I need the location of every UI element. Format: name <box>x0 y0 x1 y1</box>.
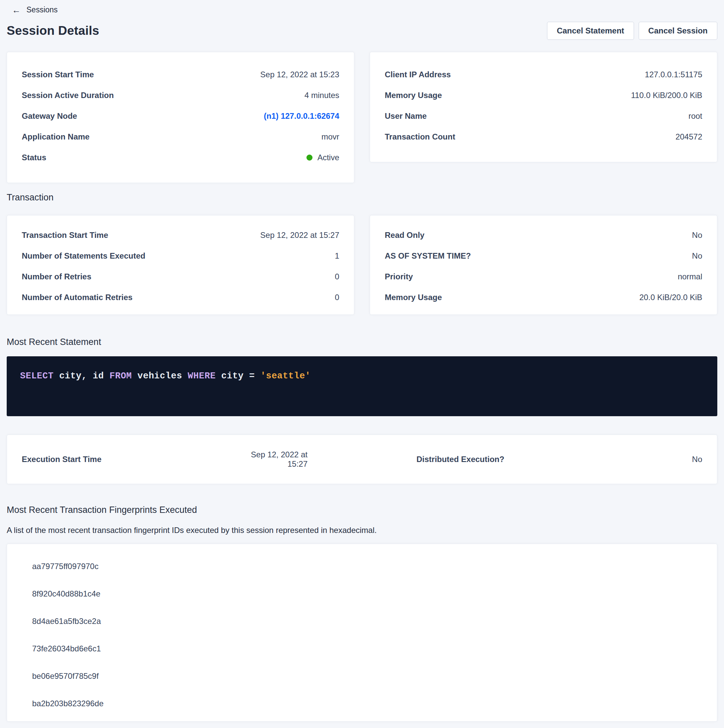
session-summary-row: Session Start TimeSep 12, 2022 at 15:23S… <box>7 52 717 183</box>
statements-executed-count-value: 1 <box>335 251 339 261</box>
read-only-value: No <box>692 231 702 240</box>
automatic-retries-count-value: 0 <box>335 293 339 302</box>
transaction-count-value: 204572 <box>675 132 702 142</box>
gateway-node-row: Gateway Node(n1) 127.0.0.1:62674 <box>22 106 339 127</box>
as-of-system-time-row: AS OF SYSTEM TIME?No <box>385 246 702 266</box>
sql-token-plain: city = <box>216 371 261 381</box>
sql-token-string: 'seattle' <box>260 371 311 381</box>
session-active-duration-row: Session Active Duration4 minutes <box>22 85 339 106</box>
page-header: Session Details Cancel Statement Cancel … <box>7 22 717 40</box>
fingerprint-id: be06e9570f785c9f <box>32 671 99 681</box>
sql-token-plain: city, id <box>54 371 109 381</box>
session-active-duration-value: 4 minutes <box>305 91 339 100</box>
user-name-row: User Nameroot <box>385 106 702 127</box>
sql-statement-text: SELECT city, id FROM vehicles WHERE city… <box>20 371 311 381</box>
sql-token-plain: vehicles <box>132 371 188 381</box>
session-details-card-left: Session Start TimeSep 12, 2022 at 15:23S… <box>7 52 354 183</box>
active-status-dot-icon <box>306 154 312 161</box>
transaction-start-time-label: Transaction Start Time <box>22 231 108 240</box>
fingerprints-section-heading: Most Recent Transaction Fingerprints Exe… <box>7 504 717 515</box>
transaction-card-left: Transaction Start TimeSep 12, 2022 at 15… <box>7 215 354 315</box>
session-start-time-value: Sep 12, 2022 at 15:23 <box>260 70 339 79</box>
application-name-row: Application Namemovr <box>22 127 339 147</box>
session-status-label: Status <box>22 153 46 162</box>
user-name-label: User Name <box>385 112 427 121</box>
execution-start-time-value: Sep 12, 2022 at 15:27 <box>233 450 308 469</box>
breadcrumb: ← Sessions <box>0 0 724 14</box>
header-actions: Cancel Statement Cancel Session <box>547 22 717 40</box>
retries-count-label: Number of Retries <box>22 272 91 281</box>
sql-statement-box: SELECT city, id FROM vehicles WHERE city… <box>7 356 717 416</box>
fingerprint-row: 8d4ae61a5fb3ce2a <box>32 607 702 635</box>
execution-details-row: Execution Start Time Sep 12, 2022 at 15:… <box>22 450 702 469</box>
as-of-system-time-label: AS OF SYSTEM TIME? <box>385 251 471 261</box>
transaction-memory-usage-value: 20.0 KiB/20.0 KiB <box>639 293 702 302</box>
gateway-node-link[interactable]: (n1) 127.0.0.1:62674 <box>264 112 339 121</box>
gateway-node-label: Gateway Node <box>22 112 77 121</box>
user-name-value: root <box>689 112 702 121</box>
application-name-value: movr <box>321 132 339 142</box>
automatic-retries-count-label: Number of Automatic Retries <box>22 293 133 302</box>
transaction-memory-usage-label: Memory Usage <box>385 293 442 302</box>
statement-section-heading: Most Recent Statement <box>7 336 717 347</box>
session-memory-usage-label: Memory Usage <box>385 91 442 100</box>
sql-token-keyword: FROM <box>109 371 132 381</box>
sql-token-keyword: WHERE <box>188 371 216 381</box>
priority-value: normal <box>678 272 702 281</box>
session-status-value: Active <box>306 153 339 162</box>
automatic-retries-count-row: Number of Automatic Retries0 <box>22 287 339 308</box>
transaction-section-heading: Transaction <box>7 192 717 203</box>
transaction-summary-row: Transaction Start TimeSep 12, 2022 at 15… <box>7 215 717 315</box>
session-status-row: StatusActive <box>22 147 339 168</box>
session-start-time-row: Session Start TimeSep 12, 2022 at 15:23 <box>22 64 339 85</box>
priority-row: Prioritynormal <box>385 266 702 287</box>
fingerprint-row: aa79775ff097970c <box>32 553 702 580</box>
fingerprints-card: aa79775ff097970c8f920c40d88b1c4e8d4ae61a… <box>7 544 717 722</box>
back-to-sessions-link[interactable]: Sessions <box>26 5 58 14</box>
fingerprint-row: 8f920c40d88b1c4e <box>32 580 702 607</box>
transaction-count-label: Transaction Count <box>385 132 455 142</box>
execution-details-card: Execution Start Time Sep 12, 2022 at 15:… <box>7 434 717 484</box>
fingerprint-id: ba2b203b823296de <box>32 699 104 708</box>
distributed-execution-label: Distributed Execution? <box>416 455 505 464</box>
statements-executed-count-row: Number of Statements Executed1 <box>22 246 339 266</box>
fingerprint-id: 8d4ae61a5fb3ce2a <box>32 616 101 626</box>
transaction-start-time-row: Transaction Start TimeSep 12, 2022 at 15… <box>22 225 339 246</box>
as-of-system-time-value: No <box>692 251 702 261</box>
fingerprint-row: be06e9570f785c9f <box>32 662 702 690</box>
fingerprint-id: 73fe26034bd6e6c1 <box>32 644 101 653</box>
session-details-card-right: Client IP Address127.0.0.1:51175Memory U… <box>370 52 717 162</box>
statements-executed-count-label: Number of Statements Executed <box>22 251 145 261</box>
cancel-session-button[interactable]: Cancel Session <box>639 22 717 40</box>
retries-count-row: Number of Retries0 <box>22 266 339 287</box>
back-arrow-icon[interactable]: ← <box>12 6 21 14</box>
client-ip-address-label: Client IP Address <box>385 70 451 79</box>
fingerprint-row: ba2b203b823296de <box>32 690 702 717</box>
fingerprint-id: aa79775ff097970c <box>32 562 98 571</box>
priority-label: Priority <box>385 272 413 281</box>
transaction-count-row: Transaction Count204572 <box>385 127 702 147</box>
session-memory-usage-row: Memory Usage110.0 KiB/200.0 KiB <box>385 85 702 106</box>
session-status-text: Active <box>317 153 339 162</box>
session-active-duration-label: Session Active Duration <box>22 91 114 100</box>
session-memory-usage-value: 110.0 KiB/200.0 KiB <box>631 91 702 100</box>
read-only-row: Read OnlyNo <box>385 225 702 246</box>
page-title: Session Details <box>7 24 99 38</box>
fingerprint-id: 8f920c40d88b1c4e <box>32 589 100 598</box>
retries-count-value: 0 <box>335 272 339 281</box>
session-start-time-label: Session Start Time <box>22 70 94 79</box>
cancel-statement-button[interactable]: Cancel Statement <box>547 22 634 40</box>
transaction-start-time-value: Sep 12, 2022 at 15:27 <box>260 231 339 240</box>
transaction-memory-usage-row: Memory Usage20.0 KiB/20.0 KiB <box>385 287 702 308</box>
sql-token-keyword: SELECT <box>20 371 54 381</box>
execution-start-time-label: Execution Start Time <box>22 455 233 464</box>
fingerprints-description: A list of the most recent transaction fi… <box>7 526 717 535</box>
read-only-label: Read Only <box>385 231 425 240</box>
fingerprint-row: 73fe26034bd6e6c1 <box>32 635 702 662</box>
transaction-card-right: Read OnlyNoAS OF SYSTEM TIME?NoPriorityn… <box>370 215 717 315</box>
distributed-execution-value: No <box>692 455 702 464</box>
client-ip-address-row: Client IP Address127.0.0.1:51175 <box>385 64 702 85</box>
application-name-label: Application Name <box>22 132 90 142</box>
client-ip-address-value: 127.0.0.1:51175 <box>645 70 702 79</box>
